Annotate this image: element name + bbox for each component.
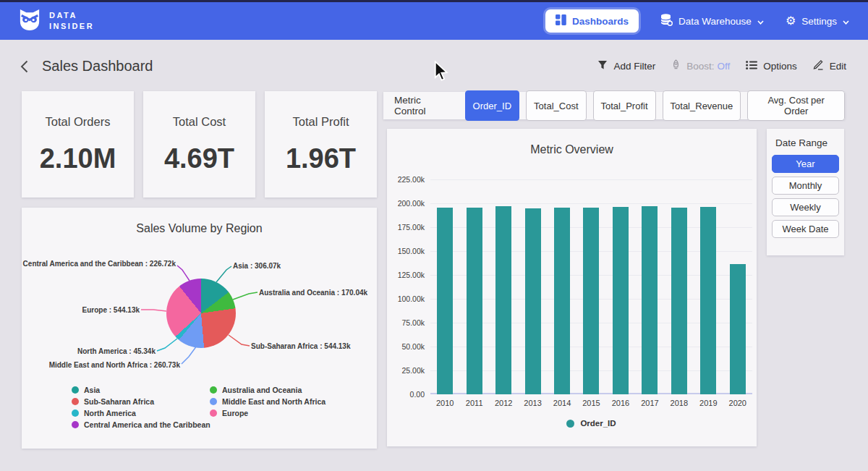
pie-legend-item-australia-and-oceania: Australia and Oceania (210, 384, 326, 396)
y-axis-tick: 25.00k (387, 366, 425, 375)
pie-legend-item-central-america-and-the-caribbean: Central America and the Caribbean (72, 419, 210, 430)
settings-menu[interactable]: ⚙ Settings (786, 15, 849, 27)
pie-label-middle-east-and-north-africa: Middle East and North Africa : 260.73k (49, 361, 180, 369)
y-axis-tick: 175.00k (387, 223, 425, 232)
bar-2020[interactable] (730, 264, 746, 394)
x-axis-label: 2013 (518, 399, 547, 407)
kpi-label: Total Cost (173, 115, 226, 129)
x-axis-label: 2018 (665, 399, 694, 407)
metric-option-avg-cost-per-order[interactable]: Avg. Cost per Order (747, 90, 845, 121)
bar-2015[interactable] (583, 208, 599, 394)
pie-legend-column-1: AsiaSub-Saharan AfricaNorth AmericaCentr… (72, 384, 210, 430)
legend-label: North America (84, 409, 136, 417)
bar-2019[interactable] (700, 207, 716, 394)
pie-legend-item-sub-saharan-africa: Sub-Saharan Africa (72, 396, 210, 407)
bar-2011[interactable] (467, 208, 482, 394)
y-axis-tick: 125.00k (387, 271, 425, 279)
pie-label-sub-saharan-africa: Sub-Saharan Africa : 544.13k (251, 342, 350, 350)
rocket-icon (671, 59, 681, 72)
data-warehouse-menu[interactable]: Data Warehouse (660, 14, 764, 28)
legend-label: Order_ID (580, 419, 616, 428)
pie-connector (141, 310, 166, 311)
legend-label: Middle East and North Africa (222, 397, 326, 406)
dashboards-button[interactable]: Dashboards (545, 9, 639, 33)
date-range-label: Date Range (775, 137, 839, 148)
date-option-weekly[interactable]: Weekly (772, 198, 839, 216)
kpi-value: 1.96T (286, 143, 356, 174)
x-axis-label: 2017 (635, 399, 664, 407)
x-axis-label: 2012 (489, 399, 518, 407)
metric-option-total-cost[interactable]: Total_Cost (526, 90, 586, 121)
kpi-label: Total Orders (46, 115, 111, 129)
gear-icon: ⚙ (786, 15, 796, 27)
page-title: Sales Dashboard (42, 58, 153, 75)
metric-option-order-id[interactable]: Order_ID (465, 90, 519, 121)
metric-options: Order_IDTotal_CostTotal_ProfitTotal_Reve… (465, 90, 845, 121)
bar-2010[interactable] (437, 208, 453, 394)
x-axis-label: 2020 (723, 399, 752, 407)
bar-2012[interactable] (495, 206, 511, 394)
x-axis-label: 2019 (694, 399, 723, 407)
date-option-monthly[interactable]: Monthly (772, 177, 839, 195)
y-axis: 0.0025.00k50.00k75.00k100.00k125.00k150.… (387, 129, 425, 446)
metric-option-total-revenue[interactable]: Total_Revenue (663, 90, 741, 121)
bar-2016[interactable] (613, 207, 629, 394)
boost-toggle[interactable]: Boost: Off (671, 59, 730, 72)
legend-dot (72, 421, 79, 428)
bar-chart-title: Metric Overview (387, 143, 757, 156)
legend-label: Australia and Oceania (222, 386, 302, 394)
y-axis-tick: 75.00k (387, 318, 425, 327)
add-filter-button[interactable]: Add Filter (597, 60, 655, 72)
pie-chart[interactable] (166, 279, 236, 348)
filter-funnel-icon (597, 60, 608, 72)
kpi-card-total-orders: Total Orders 2.10M (22, 91, 134, 198)
pie-label-north-america: North America : 45.34k (77, 347, 156, 355)
date-option-year[interactable]: Year (772, 155, 839, 173)
y-axis-tick: 100.00k (387, 294, 425, 303)
legend-label: Sub-Saharan Africa (84, 397, 154, 406)
settings-label: Settings (801, 16, 837, 27)
x-axis-label: 2016 (606, 399, 635, 407)
pie-connector (182, 346, 197, 364)
options-button[interactable]: Options (746, 61, 797, 72)
y-axis-tick: 200.00k (387, 199, 425, 208)
brand[interactable]: DATA INSIDER (19, 8, 94, 34)
pie-legend-item-europe: Europe (210, 407, 326, 419)
kpi-label: Total Profit (293, 115, 349, 129)
x-axis-label: 2010 (430, 399, 459, 407)
pie-connector (177, 266, 190, 281)
x-axis-label: 2014 (548, 399, 576, 407)
legend-dot (72, 410, 79, 417)
pie-legend-item-asia: Asia (72, 384, 210, 396)
x-axis-label: 2015 (576, 399, 605, 407)
date-option-week-date[interactable]: Week Date (772, 220, 839, 238)
legend-dot (210, 386, 217, 394)
bar-2018[interactable] (671, 208, 687, 394)
dashboards-label: Dashboards (572, 16, 629, 27)
pie-chart-panel: Sales Volume by Region Asia : 306.07kAus… (22, 208, 377, 449)
back-button[interactable] (20, 60, 28, 76)
pencil-icon (813, 59, 824, 72)
edit-button[interactable]: Edit (813, 59, 846, 72)
kpi-card-total-cost: Total Cost 4.69T (143, 91, 255, 198)
boost-label: Boost: (686, 61, 714, 72)
kpi-value: 2.10M (40, 143, 116, 174)
legend-label: Asia (84, 386, 100, 394)
y-axis-tick: 225.00k (387, 175, 425, 184)
bar-2013[interactable] (525, 208, 541, 395)
bar-2014[interactable] (554, 208, 570, 394)
legend-dot (210, 410, 217, 417)
edit-label: Edit (830, 61, 846, 72)
pie-legend-item-north-america: North America (72, 407, 210, 419)
y-axis-tick: 0.00 (387, 390, 425, 399)
pie-legend-item-middle-east-and-north-africa: Middle East and North Africa (210, 396, 326, 407)
dashboards-grid-icon (556, 14, 566, 27)
y-axis-tick: 150.00k (387, 247, 425, 255)
mouse-cursor (433, 61, 451, 85)
metric-option-total-profit[interactable]: Total_Profit (593, 90, 656, 121)
legend-label: Central America and the Caribbean (84, 420, 210, 429)
bar-2017[interactable] (642, 206, 658, 394)
pie-label-central-america-and-the-caribbean: Central America and the Caribbean : 226.… (23, 260, 176, 268)
chevron-left-icon (20, 63, 28, 75)
chevron-down-icon (757, 16, 764, 27)
